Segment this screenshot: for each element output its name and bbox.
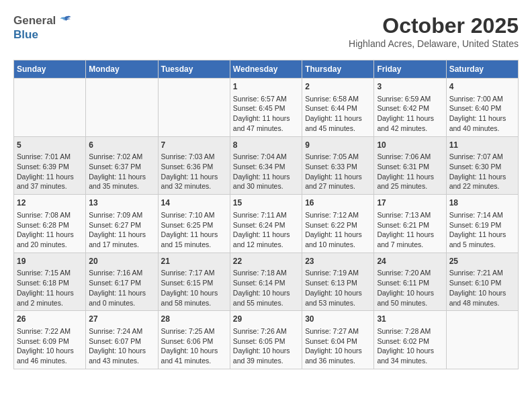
day-content: Sunrise: 7:21 AM [449,268,515,278]
calendar-cell: 14Sunrise: 7:10 AMSunset: 6:25 PMDayligh… [158,195,230,253]
day-content: Sunrise: 7:24 AM [89,326,154,336]
day-content: and 45 minutes. [305,124,371,134]
day-content: and 34 minutes. [377,356,443,366]
calendar-cell: 2Sunrise: 6:58 AMSunset: 6:44 PMDaylight… [302,79,374,137]
day-content: Daylight: 11 hours [233,230,299,240]
day-content: Sunset: 6:14 PM [233,278,299,288]
day-content: and 53 minutes. [305,298,371,308]
day-content: Sunrise: 7:06 AM [377,152,443,162]
calendar-cell: 7Sunrise: 7:03 AMSunset: 6:36 PMDaylight… [158,136,230,195]
day-content: Sunrise: 7:00 AM [449,94,515,104]
day-content: Daylight: 11 hours [17,230,83,240]
calendar-week-row: 26Sunrise: 7:22 AMSunset: 6:09 PMDayligh… [14,311,519,369]
day-content: and 32 minutes. [161,181,227,191]
day-number: 15 [233,197,299,209]
day-content: Sunset: 6:24 PM [233,220,299,230]
day-content: Sunset: 6:36 PM [161,162,227,172]
day-number: 25 [449,256,515,267]
calendar-cell: 24Sunrise: 7:20 AMSunset: 6:11 PMDayligh… [374,253,446,311]
day-content: Daylight: 11 hours [17,288,83,298]
day-content: and 22 minutes. [449,181,515,191]
calendar-cell: 5Sunrise: 7:01 AMSunset: 6:39 PMDaylight… [14,136,86,195]
day-content: Sunrise: 7:25 AM [161,326,227,336]
logo: General Blue [13,13,72,42]
day-content: Daylight: 10 hours [161,346,227,356]
day-number: 24 [377,256,443,267]
calendar-week-row: 12Sunrise: 7:08 AMSunset: 6:28 PMDayligh… [14,195,519,253]
day-content: Sunrise: 7:01 AM [17,152,83,162]
day-content: Daylight: 10 hours [377,346,443,356]
day-content: Sunrise: 7:08 AM [17,210,83,220]
day-content: Sunrise: 7:12 AM [305,210,371,220]
day-content: Sunrise: 7:09 AM [89,210,154,220]
day-content: Sunset: 6:19 PM [449,220,515,230]
day-content: and 17 minutes. [89,240,154,250]
day-content: Sunset: 6:09 PM [17,336,83,347]
day-content: and 10 minutes. [305,240,371,250]
day-content: Sunset: 6:27 PM [89,220,154,230]
day-content: Sunrise: 7:15 AM [17,268,83,278]
day-content: and 5 minutes. [449,240,515,250]
day-content: and 43 minutes. [89,356,154,366]
day-content: Daylight: 11 hours [161,230,227,240]
day-content: Daylight: 11 hours [233,172,299,182]
calendar-cell: 6Sunrise: 7:02 AMSunset: 6:37 PMDaylight… [86,136,158,195]
logo-general-text: General [13,14,56,28]
day-content: Sunrise: 7:17 AM [161,268,227,278]
day-content: Sunset: 6:13 PM [305,278,371,288]
day-content: Sunset: 6:39 PM [17,162,83,172]
day-content: and 36 minutes. [305,356,371,366]
day-content: Sunset: 6:37 PM [89,162,154,172]
calendar-cell: 18Sunrise: 7:14 AMSunset: 6:19 PMDayligh… [446,195,518,253]
day-content: Sunrise: 7:04 AM [233,152,299,162]
day-content: Sunset: 6:28 PM [17,220,83,230]
day-content: and 50 minutes. [377,298,443,308]
day-content: and 37 minutes. [17,181,83,191]
day-content: Daylight: 11 hours [89,172,154,182]
day-content: Sunrise: 7:05 AM [305,152,371,162]
calendar-cell: 23Sunrise: 7:19 AMSunset: 6:13 PMDayligh… [302,253,374,311]
day-content: Sunrise: 6:57 AM [233,94,299,104]
calendar-week-row: 5Sunrise: 7:01 AMSunset: 6:39 PMDaylight… [14,136,519,195]
day-content: and 12 minutes. [233,240,299,250]
day-content: Daylight: 11 hours [89,230,154,240]
calendar-cell: 12Sunrise: 7:08 AMSunset: 6:28 PMDayligh… [14,195,86,253]
day-content: Daylight: 10 hours [233,288,299,298]
day-content: Sunrise: 7:19 AM [305,268,371,278]
calendar-cell: 13Sunrise: 7:09 AMSunset: 6:27 PMDayligh… [86,195,158,253]
day-content: Sunset: 6:21 PM [377,220,443,230]
day-content: Sunrise: 7:22 AM [17,326,83,336]
day-content: Sunset: 6:18 PM [17,278,83,288]
day-number: 17 [377,197,443,209]
day-content: and 42 minutes. [377,124,443,134]
day-number: 21 [161,256,227,267]
day-content: Sunset: 6:04 PM [305,336,371,347]
day-number: 20 [89,256,154,267]
day-content: Sunrise: 7:16 AM [89,268,154,278]
day-number: 23 [305,256,371,267]
day-number: 9 [305,140,371,151]
day-content: Sunset: 6:30 PM [449,162,515,172]
day-content: Sunset: 6:34 PM [233,162,299,172]
day-content: and 0 minutes. [89,298,154,308]
day-number: 22 [233,256,299,267]
day-content: Daylight: 11 hours [233,113,299,124]
day-content: and 15 minutes. [161,240,227,250]
day-content: Sunrise: 7:20 AM [377,268,443,278]
day-content: and 39 minutes. [233,356,299,366]
calendar-cell: 28Sunrise: 7:25 AMSunset: 6:06 PMDayligh… [158,311,230,369]
day-content: Sunrise: 7:28 AM [377,326,443,336]
day-number: 13 [89,197,154,209]
calendar-cell: 1Sunrise: 6:57 AMSunset: 6:45 PMDaylight… [230,79,302,137]
logo-bird-icon [57,13,72,28]
day-content: Daylight: 11 hours [377,230,443,240]
weekday-header-wednesday: Wednesday [230,60,302,79]
day-number: 18 [449,197,515,209]
calendar-cell: 16Sunrise: 7:12 AMSunset: 6:22 PMDayligh… [302,195,374,253]
day-content: Sunset: 6:05 PM [233,336,299,347]
day-number: 30 [305,314,371,325]
weekday-header-sunday: Sunday [14,60,86,79]
calendar-cell: 19Sunrise: 7:15 AMSunset: 6:18 PMDayligh… [14,253,86,311]
day-number: 14 [161,197,227,209]
day-content: Sunset: 6:10 PM [449,278,515,288]
